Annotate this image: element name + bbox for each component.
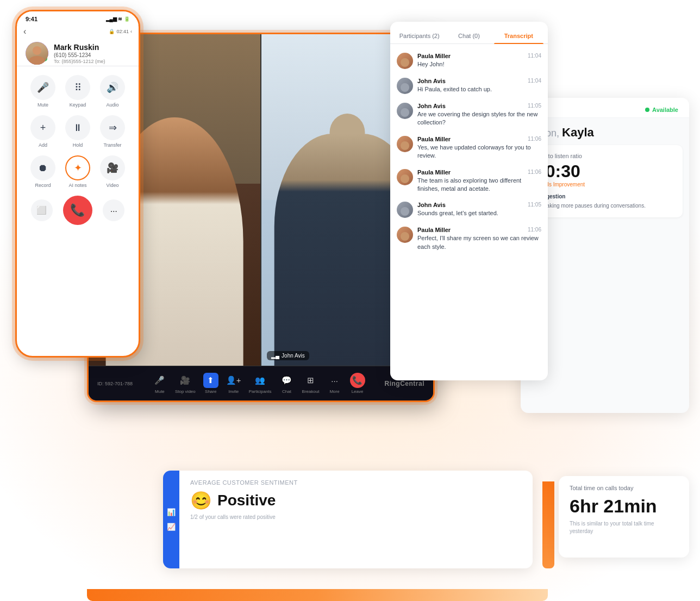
add-btn[interactable]: + Add — [30, 115, 55, 148]
record-btn[interactable]: ⏺ Record — [30, 155, 55, 188]
phone-btn-row-3: ⏺ Record ✦ AI notes 🎥 Video — [26, 155, 130, 188]
transcript-panel: Participants (2) Chat (0) Transcript Pau… — [390, 22, 548, 380]
message-avatar — [397, 169, 413, 185]
available-label: Available — [652, 107, 678, 113]
avatar-face — [397, 103, 413, 119]
video-toolbar-buttons: 🎤 Mute 🎥 Stop video ⬆ Share 👤+ Invite 👥 … — [152, 373, 365, 394]
tab-chat[interactable]: Chat (0) — [444, 28, 493, 43]
phone-end-row: ⬜ 📞 ··· — [26, 196, 130, 225]
analytics-sidebar: 📊 📈 — [163, 471, 179, 568]
avatar-face — [397, 136, 413, 152]
message-sender: Paula Miller — [417, 136, 451, 142]
needs-improvement: Needs Improvement — [536, 181, 674, 187]
avatar-head — [401, 141, 409, 150]
available-badge: Available — [645, 107, 678, 113]
transcript-message: Paula Miller11:06The team is also explor… — [390, 165, 548, 198]
tb-video-label: Stop video — [175, 389, 196, 394]
end-call-btn[interactable]: 📞 — [63, 196, 92, 225]
avatar-head — [401, 207, 409, 216]
video-grid: ▂▄ John Avis — [89, 34, 433, 366]
audio-icon: 🔊 — [100, 75, 125, 100]
transcript-message: John Avis11:04Hi Paula, exited to catch … — [390, 73, 548, 98]
caller-to: To: (855)555-1212 (me) — [54, 59, 130, 64]
message-body: John Avis11:05Sounds great, let's get st… — [417, 202, 541, 217]
tb-chat-icon: 💬 — [279, 373, 295, 388]
talk-listen-card: Talk to listen ratio 70:30 Needs Improve… — [527, 145, 683, 217]
audio-btn[interactable]: 🔊 Audio — [100, 75, 125, 108]
tb-participants-label: Participants — [249, 389, 272, 394]
phone-controls: 🎤 Mute ⠿ Keypad 🔊 Audio + Add ⏸ Hold — [17, 70, 139, 230]
phone-btn-row-1: 🎤 Mute ⠿ Keypad 🔊 Audio — [26, 75, 130, 108]
analytics-content: Average customer sentiment 😊 Positive 1/… — [179, 471, 533, 568]
ai-notes-btn[interactable]: ✦ AI notes — [65, 155, 90, 188]
tb-mute-label: Mute — [155, 389, 165, 394]
sentiment-label: Average customer sentiment — [190, 479, 522, 486]
avatar-face — [397, 53, 413, 69]
transcript-message: Paula Miller11:06Perfect, I'll share my … — [390, 222, 548, 255]
transcript-messages: Paula Miller11:04Hey John!John Avis11:04… — [390, 44, 548, 375]
message-text: Sounds great, let's get started. — [417, 209, 541, 217]
mute-btn[interactable]: 🎤 Mute — [30, 75, 55, 108]
message-time: 11:06 — [528, 227, 541, 233]
message-time: 11:04 — [528, 53, 541, 59]
avatar-head — [401, 174, 409, 183]
tb-chat-btn[interactable]: 💬 Chat — [279, 373, 295, 394]
phone-status-bar: 9:41 ▂▄▆ ≋ 🔋 — [17, 11, 139, 24]
tb-participants-btn[interactable]: 👥 Participants — [249, 373, 272, 394]
message-text: Hey John! — [417, 60, 541, 68]
tb-leave-label: Leave — [352, 389, 364, 394]
hold-label: Hold — [73, 142, 83, 148]
tb-share-btn[interactable]: ⬆ Share — [203, 373, 218, 394]
video-label: Video — [107, 183, 119, 188]
keypad-btn[interactable]: ⠿ Keypad — [65, 75, 90, 108]
message-header: Paula Miller11:04 — [417, 53, 541, 59]
message-sender: Paula Miller — [417, 169, 451, 176]
person-b-name-badge: ▂▄ John Avis — [267, 351, 309, 360]
analytics-panel: 📊 📈 Average customer sentiment 😊 Positiv… — [163, 471, 533, 568]
message-time: 11:04 — [528, 78, 541, 84]
message-avatar — [397, 202, 413, 218]
tb-chat-label: Chat — [282, 389, 291, 394]
tab-participants[interactable]: Participants (2) — [395, 28, 444, 43]
total-time-note: This is similar to your total talk time … — [570, 520, 678, 535]
tb-leave-btn[interactable]: 📞 Leave — [350, 373, 365, 394]
message-time: 11:05 — [528, 103, 541, 109]
message-text: Hi Paula, exited to catch up. — [417, 85, 541, 93]
tb-invite-btn[interactable]: 👤+ Invite — [226, 373, 241, 394]
message-body: Paula Miller11:06The team is also explor… — [417, 169, 541, 193]
avatar-face — [26, 42, 48, 65]
more-btn[interactable]: ··· — [103, 199, 124, 221]
avatar-head — [401, 58, 409, 67]
message-header: Paula Miller11:06 — [417, 227, 541, 233]
tb-video-btn[interactable]: 🎥 Stop video — [175, 373, 196, 394]
phone-caller-info: Mark Ruskin (610) 555-1234 To: (855)555-… — [17, 37, 139, 67]
transcript-message: Paula Miller11:04Hey John! — [390, 48, 548, 73]
ai-notes-icon: ✦ — [65, 155, 90, 180]
tb-participants-icon: 👥 — [253, 373, 268, 388]
record-icon: ⏺ — [30, 155, 55, 180]
message-time: 11:06 — [528, 169, 541, 176]
message-avatar — [397, 53, 413, 69]
talk-listen-value: 70:30 — [536, 162, 674, 180]
screen-btn[interactable]: ⬜ — [31, 199, 53, 221]
message-body: John Avis11:05Are we covering the design… — [417, 103, 541, 127]
greeting-name: Kayla — [562, 126, 594, 139]
tb-breakout-btn[interactable]: ⊞ Breakout — [302, 373, 320, 394]
add-icon: + — [30, 115, 55, 140]
tb-more-btn[interactable]: ··· More — [327, 373, 342, 394]
tab-transcript[interactable]: Transcript — [494, 28, 543, 43]
tb-mute-btn[interactable]: 🎤 Mute — [152, 373, 167, 394]
hold-btn[interactable]: ⏸ Hold — [65, 115, 90, 148]
back-arrow-icon[interactable]: ‹ — [23, 27, 26, 36]
keypad-icon: ⠿ — [65, 75, 90, 100]
video-btn[interactable]: 🎥 Video — [100, 155, 125, 188]
transfer-btn[interactable]: ⇒ Transfer — [100, 115, 125, 148]
sentiment-emoji: 😊 — [190, 490, 212, 511]
message-header: Paula Miller11:06 — [417, 136, 541, 142]
caller-avatar — [26, 42, 48, 65]
tb-share-label: Share — [205, 389, 216, 394]
tb-leave-icon: 📞 — [350, 373, 365, 388]
hold-icon: ⏸ — [65, 115, 90, 140]
avatar-head — [401, 83, 409, 92]
ai-notes-label: AI notes — [68, 183, 86, 188]
